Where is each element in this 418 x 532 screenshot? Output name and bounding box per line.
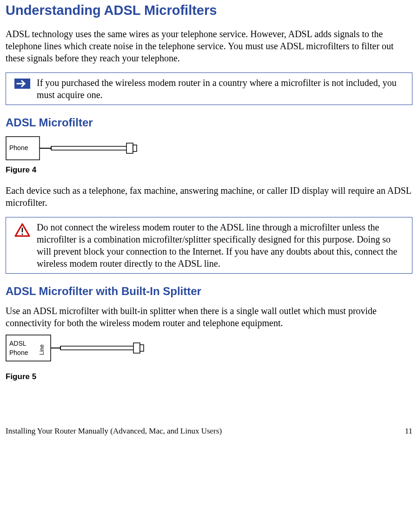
svg-point-9 xyxy=(22,233,23,235)
figure-5-caption: Figure 5 xyxy=(6,372,412,382)
microfilter-paragraph: Each device such as a telephone, fax mac… xyxy=(6,184,412,209)
figure-4-caption: Figure 4 xyxy=(6,165,412,175)
note-text: If you purchased the wireless modem rout… xyxy=(34,77,407,101)
subheading-microfilter: ADSL Microfilter xyxy=(6,115,412,130)
figure-5-label-adsl: ADSL xyxy=(9,340,27,347)
warning-text: Do not connect the wireless modem router… xyxy=(34,221,407,269)
splitter-paragraph: Use an ADSL microfilter with built-in sp… xyxy=(6,305,412,329)
figure-5-label-line: Line xyxy=(39,344,45,355)
footer-chapter-title: Installing Your Router Manually (Advance… xyxy=(6,426,222,436)
note-box: If you purchased the wireless modem rout… xyxy=(6,72,412,105)
figure-5-diagram: ADSL Phone Line xyxy=(6,335,145,363)
figure-4-label: Phone xyxy=(9,144,28,151)
warning-icon xyxy=(14,223,30,240)
intro-paragraph: ADSL technology uses the same wires as y… xyxy=(6,28,412,64)
arrow-right-icon xyxy=(14,79,30,92)
svg-rect-7 xyxy=(133,145,137,151)
warning-box: Do not connect the wireless modem router… xyxy=(6,217,412,274)
svg-rect-6 xyxy=(126,143,133,153)
page-heading: Understanding ADSL Microfilters xyxy=(6,2,412,20)
svg-rect-15 xyxy=(133,343,140,353)
svg-rect-16 xyxy=(140,345,144,351)
figure-5-label-phone: Phone xyxy=(9,349,28,356)
figure-4-diagram: Phone xyxy=(6,136,140,162)
page-footer: Installing Your Router Manually (Advance… xyxy=(6,426,412,436)
footer-page-number: 11 xyxy=(405,426,412,436)
subheading-splitter: ADSL Microfilter with Built-In Splitter xyxy=(6,284,412,298)
